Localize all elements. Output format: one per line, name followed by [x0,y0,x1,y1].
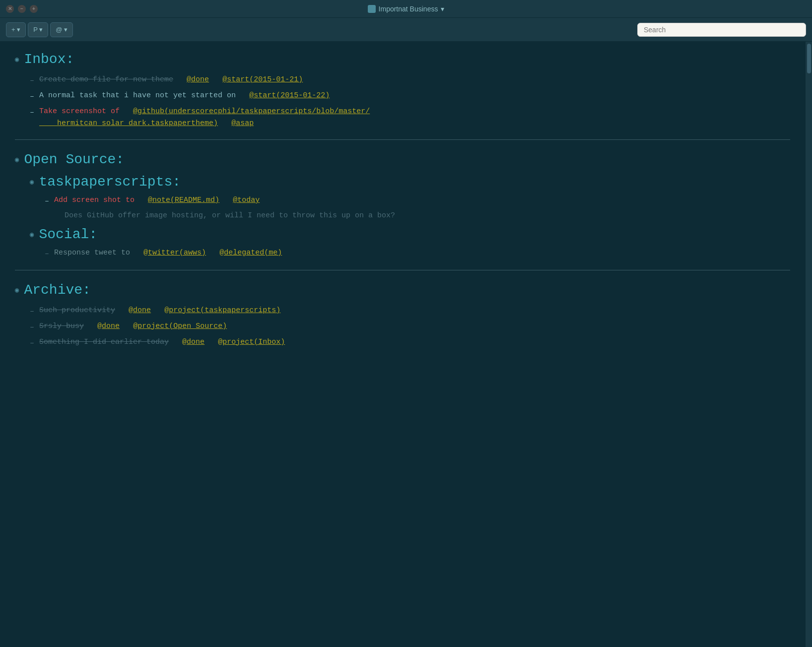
subproject-social: ◉ Social: [30,227,790,242]
task-item: – Srsly busy @done @project(Open Source) [30,321,790,333]
tag-done: @done [182,338,204,346]
project-archive: ◉ Archive: – Such productivity @done @pr… [15,282,790,349]
archive-tasks: – Such productivity @done @project(taskp… [30,305,790,349]
tag-start: @start(2015-01-22) [249,91,330,100]
inbox-header: ◉ Inbox: [15,52,790,67]
task-dash: – [30,107,34,119]
tag-note: @note(README.md) [148,196,219,204]
taskpaper-title: taskpaperscripts: [39,174,181,190]
tag-project: @project(taskpaperscripts) [164,306,280,315]
p-button[interactable]: P ▾ [28,22,48,37]
task-text-delegated: Response tweet to [54,249,130,257]
social-title: Social: [39,227,97,242]
task-item: – Take screenshot of @github(underscorec… [30,106,790,129]
inbox-bullet: ◉ [15,55,19,64]
tag-project: @project(Inbox) [218,338,285,346]
inbox-tasks: – Create demo file for new theme @done @… [30,74,790,129]
tag-done: @done [187,75,209,84]
task-text-urgent: Add screen shot to [54,196,135,204]
task-item: – Create demo file for new theme @done @… [30,74,790,87]
opensource-title: Open Source: [24,152,124,167]
task-item: – A normal task that i have not yet star… [30,90,790,103]
inbox-title: Inbox: [24,52,74,67]
tag-start: @start(2015-01-21) [222,75,303,84]
project-inbox: ◉ Inbox: – Create demo file for new them… [15,52,790,129]
task-dash: – [45,195,49,207]
task-content: Srsly busy @done @project(Open Source) [39,321,227,332]
tag-today: @today [233,196,260,204]
window-title: Importnat Business ▾ [368,5,445,13]
title-chevron[interactable]: ▾ [441,5,444,13]
task-text: A normal task that i have not yet starte… [39,91,236,100]
task-dash: – [30,75,34,87]
minimize-button[interactable]: − [18,5,26,13]
scrollbar-thumb[interactable] [807,44,811,73]
social-tasks: – Response tweet to @twitter(awws) @dele… [45,247,790,260]
task-item: – Such productivity @done @project(taskp… [30,305,790,318]
task-item: – Add screen shot to @note(README.md) @t… [45,194,790,207]
archive-title: Archive: [24,282,90,298]
task-text-urgent: Take screenshot of [39,107,120,116]
task-dash: – [30,322,34,333]
task-content: Something I did earlier today @done @pro… [39,336,285,348]
tag-twitter: @twitter(awws) [143,249,206,257]
search-input[interactable] [637,23,806,37]
task-content: Add screen shot to @note(README.md) @tod… [54,194,260,206]
divider-1 [15,139,790,140]
task-content: A normal task that i have not yet starte… [39,90,330,102]
tag-asap: @asap [231,119,254,128]
task-item: – Something I did earlier today @done @p… [30,336,790,349]
taskpaper-tasks: – Add screen shot to @note(README.md) @t… [45,194,790,222]
maximize-button[interactable]: + [30,5,38,13]
task-content: Take screenshot of @github(underscorecph… [39,106,370,129]
social-bullet: ◉ [30,230,34,239]
tag-delegated: @delegated(me) [219,249,282,257]
task-dash: – [30,91,34,103]
archive-header: ◉ Archive: [15,282,790,298]
subproject-taskpaper: ◉ taskpaperscripts: [30,174,790,190]
task-text: Something I did earlier today [39,338,169,346]
task-dash: – [30,337,34,349]
opensource-bullet: ◉ [15,155,19,164]
tag-project: @project(Open Source) [133,322,227,330]
tag-done: @done [97,322,120,330]
app-icon [368,5,376,13]
task-item: – Response tweet to @twitter(awws) @dele… [45,247,790,260]
toolbar: + ▾ P ▾ @ ▾ [0,18,812,42]
archive-bullet: ◉ [15,286,19,294]
task-text: Such productivity [39,306,115,315]
title-text: Importnat Business [379,5,438,13]
project-opensource: ◉ Open Source: ◉ taskpaperscripts: – Add… [15,152,790,260]
task-content: Response tweet to @twitter(awws) @delega… [54,247,282,259]
task-text: Srsly busy [39,322,84,330]
titlebar: ✕ − + Importnat Business ▾ [0,0,812,18]
window-controls: ✕ − + [6,5,38,13]
task-text: Create demo file for new theme [39,75,173,84]
divider-2 [15,270,790,270]
task-dash: – [45,248,49,260]
task-content: Such productivity @done @project(taskpap… [39,305,280,317]
task-note: Does GitHub offer image hosting, or will… [65,210,790,222]
task-content: Create demo file for new theme @done @st… [39,74,303,86]
taskpaper-bullet: ◉ [30,178,34,186]
opensource-header: ◉ Open Source: [15,152,790,167]
close-button[interactable]: ✕ [6,5,14,13]
at-button[interactable]: @ ▾ [50,22,73,37]
add-button[interactable]: + ▾ [6,22,26,37]
content-wrapper: ◉ Inbox: – Create demo file for new them… [0,42,812,647]
main-content: ◉ Inbox: – Create demo file for new them… [0,42,805,647]
tag-done: @done [129,306,151,315]
task-dash: – [30,306,34,318]
scrollbar[interactable] [805,42,812,647]
